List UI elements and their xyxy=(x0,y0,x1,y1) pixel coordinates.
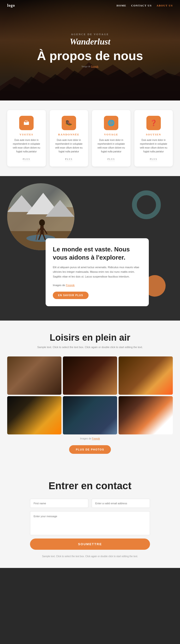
hero-credit-link[interactable]: Freepik xyxy=(91,65,99,68)
visites-title: VISITES xyxy=(11,133,42,136)
deco-teal-circle xyxy=(132,190,161,219)
randonnee-desc: Duis aute irure dolor in reprehenderit i… xyxy=(53,138,84,154)
contact-title: Entrer en contact xyxy=(7,480,173,492)
randonnee-icon: 🥾 xyxy=(62,116,76,130)
photo-4 xyxy=(7,396,61,434)
more-photos-button[interactable]: PLUS DE PHOTOS xyxy=(69,445,111,454)
nav-home[interactable]: HOME xyxy=(117,4,127,7)
soutien-link[interactable]: PLUS xyxy=(150,158,157,161)
about-credit-link[interactable]: Freepik xyxy=(66,284,75,286)
submit-button[interactable]: SOUMETTRE xyxy=(30,538,150,550)
photo-1 xyxy=(7,356,61,395)
hero-section: AGENCE DE VOYAGE Wanderlust À propos de … xyxy=(0,0,180,100)
loisirs-subtitle: Sample text. Click to select the text bo… xyxy=(7,345,173,350)
photo-5 xyxy=(63,396,117,434)
navbar: logo HOME CONTACT US ABOUT US xyxy=(0,0,180,11)
first-name-input[interactable] xyxy=(30,499,88,508)
contact-form: SOUMETTRE Sample text. Click to select t… xyxy=(30,499,150,558)
nav-contact[interactable]: CONTACT US xyxy=(131,4,152,7)
hero-credit: Image de Freepik xyxy=(37,65,143,68)
svg-point-9 xyxy=(39,219,45,226)
about-learn-more-button[interactable]: EN SAVOIR PLUS xyxy=(53,292,88,299)
loisirs-section: Loisirs en plein air Sample text. Click … xyxy=(0,320,180,468)
visites-link[interactable]: PLUS xyxy=(23,158,30,161)
voyage-desc: Duis aute irure dolor in reprehenderit i… xyxy=(96,138,127,154)
hero-brand: Wanderlust xyxy=(37,36,143,47)
randonnee-link[interactable]: PLUS xyxy=(65,158,72,161)
nav-links: HOME CONTACT US ABOUT US xyxy=(117,4,173,7)
loisirs-title: Loisirs en plein air xyxy=(7,332,173,343)
service-card-visites: 🏔 VISITES Duis aute irure dolor in repre… xyxy=(7,110,46,166)
photo-2 xyxy=(63,356,117,395)
images-credit-link[interactable]: Freepik xyxy=(92,437,100,440)
svg-rect-10 xyxy=(40,226,44,234)
photo-grid xyxy=(7,356,173,434)
images-credit-text: Images de xyxy=(80,437,92,440)
randonnee-title: RANDONNÉE xyxy=(53,133,84,136)
service-card-randonnee: 🥾 RANDONNÉE Duis aute irure dolor in rep… xyxy=(50,110,88,166)
message-textarea[interactable] xyxy=(30,511,150,535)
about-body: Elit ut aliquam purus sit amet luctus ve… xyxy=(53,265,142,279)
soutien-desc: Duis aute irure dolor in reprehenderit i… xyxy=(138,138,169,154)
email-input[interactable] xyxy=(92,499,150,508)
services-section: 🏔 VISITES Duis aute irure dolor in repre… xyxy=(0,100,180,176)
nav-about[interactable]: ABOUT US xyxy=(156,4,173,7)
contact-footer-text: Sample text. Click to select the text bo… xyxy=(30,554,150,558)
voyage-icon: 🌐 xyxy=(104,116,118,130)
about-section: Le monde est vaste. Nous vous aidons à l… xyxy=(0,176,180,320)
form-row-top xyxy=(30,499,150,508)
voyage-link[interactable]: PLUS xyxy=(108,158,115,161)
about-credit-text: Images de xyxy=(53,284,65,286)
about-text-card: Le monde est vaste. Nous vous aidons à l… xyxy=(46,238,149,306)
about-image-credit: Images de Freepik xyxy=(53,283,142,288)
images-credit: Images de Freepik xyxy=(7,437,173,440)
photo-3 xyxy=(119,356,173,395)
visites-icon: 🏔 xyxy=(19,116,34,130)
about-title: Le monde est vaste. Nous vous aidons à l… xyxy=(53,246,142,262)
hero-content: AGENCE DE VOYAGE Wanderlust À propos de … xyxy=(37,33,143,68)
services-grid: 🏔 VISITES Duis aute irure dolor in repre… xyxy=(7,110,173,166)
svg-marker-1 xyxy=(0,68,180,100)
voyage-title: VOYAGE xyxy=(96,133,127,136)
soutien-title: SOUTIEN xyxy=(138,133,169,136)
logo: logo xyxy=(7,3,15,8)
hero-title: À propos de nous xyxy=(37,49,143,63)
visites-desc: Duis aute irure dolor in reprehenderit i… xyxy=(11,138,42,154)
service-card-soutien: ❓ SOUTIEN Duis aute irure dolor in repre… xyxy=(134,110,173,166)
contact-section: Entrer en contact SOUMETTRE Sample text.… xyxy=(0,468,180,568)
service-card-voyage: 🌐 VOYAGE Duis aute irure dolor in repreh… xyxy=(92,110,131,166)
soutien-icon: ❓ xyxy=(146,116,161,130)
hero-agency-label: AGENCE DE VOYAGE xyxy=(37,33,143,36)
hero-credit-text: Image de xyxy=(81,65,91,68)
photo-6 xyxy=(119,396,173,434)
